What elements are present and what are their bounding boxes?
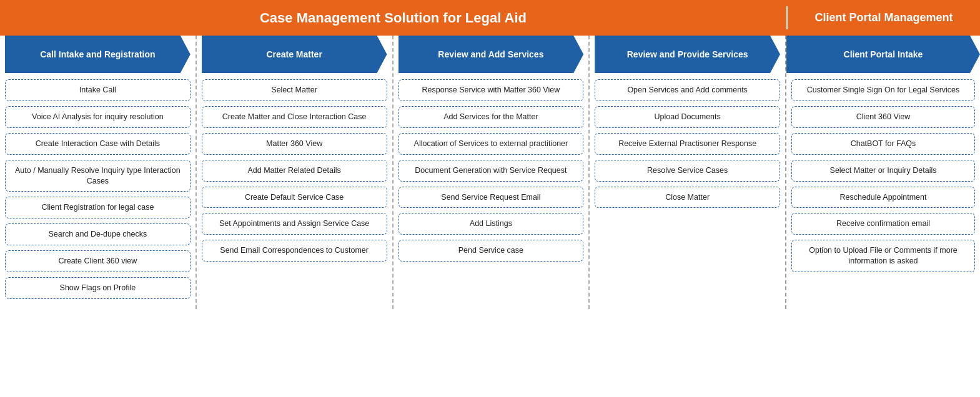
item-call-intake-0: Intake Call xyxy=(5,79,191,101)
item-review-provide-services-2: Receive External Practisoner Response xyxy=(595,133,780,155)
item-create-matter-1: Create Matter and Close Interaction Case xyxy=(202,106,387,128)
left-section: Call Intake and RegistrationIntake CallV… xyxy=(0,36,786,309)
right-section: Client Portal IntakeCustomer Single Sign… xyxy=(786,36,980,309)
item-review-add-services-4: Send Service Request Email xyxy=(398,187,584,208)
item-review-provide-services-1: Upload Documents xyxy=(595,106,780,128)
item-create-matter-4: Create Default Service Case xyxy=(202,187,387,208)
item-create-matter-2: Matter 360 View xyxy=(202,133,387,155)
item-call-intake-4: Client Registration for legal case xyxy=(5,197,191,218)
item-call-intake-1: Voice AI Analysis for inquiry resolution xyxy=(5,106,191,128)
col-header-review-provide-services: Review and Provide Services xyxy=(595,36,780,73)
item-review-add-services-0: Response Service with Matter 360 View xyxy=(398,79,584,101)
main-title: Case Management Solution for Legal Aid xyxy=(260,10,527,26)
item-review-add-services-2: Allocation of Services to external pract… xyxy=(398,133,584,155)
item-review-add-services-6: Pend Service case xyxy=(398,240,584,262)
header-left: Case Management Solution for Legal Aid xyxy=(0,10,786,26)
column-call-intake: Call Intake and RegistrationIntake CallV… xyxy=(0,36,197,309)
content-area: Call Intake and RegistrationIntake CallV… xyxy=(0,36,980,309)
item-call-intake-7: Show Flags on Profile xyxy=(5,277,191,299)
top-header: Case Management Solution for Legal Aid C… xyxy=(0,0,980,36)
right-title: Client Portal Management xyxy=(814,11,953,24)
column-review-provide-services: Review and Provide ServicesOpen Services… xyxy=(590,36,785,309)
item-review-add-services-5: Add Listings xyxy=(398,213,584,235)
item-create-matter-3: Add Matter Related Details xyxy=(202,160,387,182)
right-item-6: Option to Upload File or Comments if mor… xyxy=(791,240,975,272)
right-item-4: Reschedule Appointment xyxy=(791,187,975,208)
column-review-add-services: Review and Add ServicesResponse Service … xyxy=(393,36,590,309)
item-review-provide-services-0: Open Services and Add comments xyxy=(595,79,780,101)
right-item-5: Receive confirmation email xyxy=(791,213,975,235)
col-header-text-review-add-services: Review and Add Services xyxy=(438,49,543,60)
right-item-1: Client 360 View xyxy=(791,106,975,128)
item-create-matter-0: Select Matter xyxy=(202,79,387,101)
item-review-provide-services-4: Close Matter xyxy=(595,187,780,208)
column-create-matter: Create MatterSelect MatterCreate Matter … xyxy=(197,36,393,309)
item-review-add-services-1: Add Services for the Matter xyxy=(398,106,584,128)
col-header-review-add-services: Review and Add Services xyxy=(398,36,584,73)
right-col-items: Customer Single Sign On for Legal Servic… xyxy=(786,79,980,282)
item-call-intake-2: Create Interaction Case with Details xyxy=(5,133,191,155)
item-call-intake-3: Auto / Manually Resolve Inquiry type Int… xyxy=(5,160,191,192)
col-header-text-call-intake: Call Intake and Registration xyxy=(40,49,155,60)
item-review-add-services-3: Document Generation with Service Request xyxy=(398,160,584,182)
col-header-text-review-provide-services: Review and Provide Services xyxy=(627,49,748,60)
col-header-call-intake: Call Intake and Registration xyxy=(5,36,191,73)
right-item-0: Customer Single Sign On for Legal Servic… xyxy=(791,79,975,101)
header-right: Client Portal Management xyxy=(786,6,980,29)
right-item-2: ChatBOT for FAQs xyxy=(791,133,975,155)
item-create-matter-6: Send Email Correspondences to Customer xyxy=(202,240,387,262)
col-header-text-create-matter: Create Matter xyxy=(266,49,322,60)
item-review-provide-services-3: Resolve Service Cases xyxy=(595,160,780,182)
item-create-matter-5: Set Appointments and Assign Service Case xyxy=(202,213,387,235)
right-item-3: Select Matter or Inquiry Details xyxy=(791,160,975,182)
right-col-header: Client Portal Intake xyxy=(786,36,980,73)
right-col-header-text: Client Portal Intake xyxy=(844,49,923,60)
col-header-create-matter: Create Matter xyxy=(202,36,387,73)
item-call-intake-5: Search and De-dupe checks xyxy=(5,223,191,245)
main-wrapper: Case Management Solution for Legal Aid C… xyxy=(0,0,980,309)
item-call-intake-6: Create Client 360 view xyxy=(5,250,191,272)
